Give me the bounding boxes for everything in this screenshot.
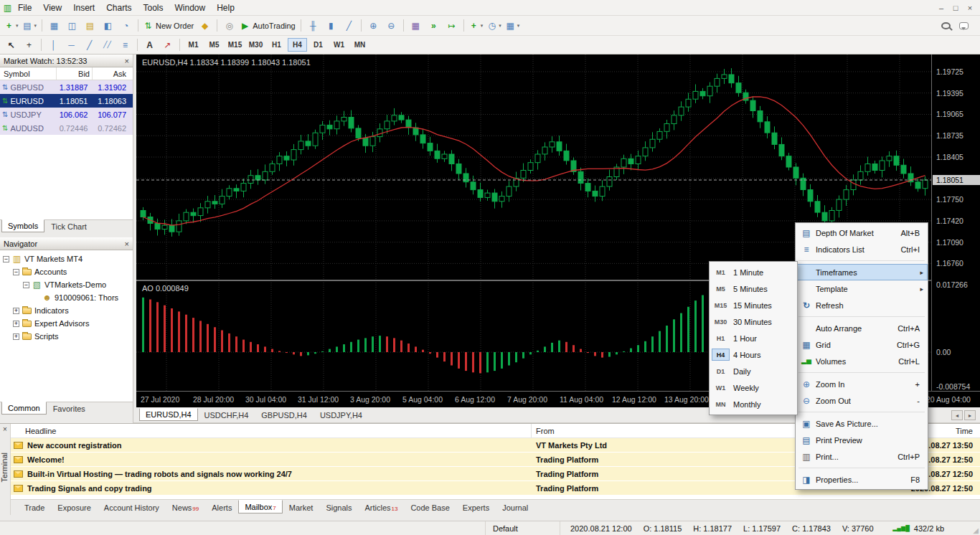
context-menu-item-auto-arrange[interactable]: Auto ArrangeCtrl+A xyxy=(796,320,928,336)
context-menu-item-indicators-list[interactable]: ≡Indicators ListCtrl+I xyxy=(796,241,928,257)
timeframe-option-d1[interactable]: D1Daily xyxy=(710,363,797,379)
timeframe-option-m5[interactable]: M55 Minutes xyxy=(710,280,797,297)
terminal-toggle-button[interactable]: ◧ xyxy=(100,18,116,34)
timeframe-option-h1[interactable]: H11 Hour xyxy=(710,330,797,346)
zoom-out-button[interactable]: ⊖ xyxy=(383,18,400,34)
context-menu-item-zoom-out[interactable]: ⊖Zoom Out- xyxy=(796,392,928,409)
new-order-button[interactable]: ⇅New Order xyxy=(142,18,195,34)
equidistant-channel-button[interactable]: ╱╱ xyxy=(99,37,116,53)
market-watch-close-button[interactable]: × xyxy=(125,57,129,65)
data-window-toggle-button[interactable]: ◫ xyxy=(64,18,80,34)
options-button[interactable]: ◎ xyxy=(221,18,237,34)
terminal-tab-code-base[interactable]: Code Base xyxy=(404,501,456,514)
restore-button[interactable]: □ xyxy=(948,4,963,12)
timeframe-m30-button[interactable]: M30 xyxy=(246,38,265,52)
statusbar-profile[interactable]: Default xyxy=(485,521,560,535)
minus-expander-icon[interactable]: − xyxy=(3,256,9,262)
indicators-menu-button[interactable]: +▾ xyxy=(468,18,485,34)
candlestick-mode-button[interactable]: ▮ xyxy=(323,18,339,34)
timeframe-mn-button[interactable]: MN xyxy=(350,38,369,52)
navigator-item-expert-advisors[interactable]: +Expert Advisors xyxy=(0,317,133,330)
chart-tab-usdjpy-h4[interactable]: USDJPY,H4 xyxy=(314,409,369,422)
community-chat-button[interactable] xyxy=(956,18,972,34)
navigator-toggle-button[interactable]: ▤ xyxy=(82,18,98,34)
menu-view[interactable]: View xyxy=(37,1,67,14)
menu-insert[interactable]: Insert xyxy=(67,1,100,14)
search-button[interactable] xyxy=(938,18,954,34)
templates-menu-button[interactable]: ▦▾ xyxy=(504,18,522,34)
vertical-line-button[interactable]: │ xyxy=(45,37,62,53)
navigator-item-910009061-thors[interactable]: ☻910009061: Thors xyxy=(0,291,133,304)
market-watch-row-eurusd[interactable]: ⇅EURUSD1.180511.18063 xyxy=(0,94,133,108)
tab-favorites[interactable]: Favorites xyxy=(47,402,92,415)
line-chart-mode-button[interactable]: ╱ xyxy=(341,18,357,34)
terminal-tab-mailbox[interactable]: Mailbox7 xyxy=(238,500,282,513)
chart-tabs-scroll-right-button[interactable]: ▸ xyxy=(964,410,976,420)
crosshair-button[interactable]: + xyxy=(21,37,37,53)
timeframe-m5-button[interactable]: M5 xyxy=(204,38,224,52)
autotrading-button[interactable]: ▶AutoTrading xyxy=(239,18,297,34)
strategy-tester-toggle-button[interactable]: ◔ xyxy=(118,18,134,34)
market-watch-row-audusd[interactable]: ⇅AUDUSD0.724460.72462 xyxy=(0,121,133,135)
timeframe-option-m15[interactable]: M1515 Minutes xyxy=(710,297,797,313)
context-menu-item-properties[interactable]: ◨Properties...F8 xyxy=(796,471,928,488)
profiles-button[interactable]: ▤▾ xyxy=(22,18,39,34)
timeframe-m15-button[interactable]: M15 xyxy=(225,38,245,52)
terminal-tab-exposure[interactable]: Exposure xyxy=(51,501,97,514)
navigator-close-button[interactable]: × xyxy=(125,240,129,248)
terminal-tab-news[interactable]: News99 xyxy=(166,501,205,514)
terminal-tab-signals[interactable]: Signals xyxy=(319,501,358,514)
context-menu-item-print[interactable]: ▥Print...Ctrl+P xyxy=(796,448,928,465)
timeframe-option-w1[interactable]: W1Weekly xyxy=(710,379,797,396)
minimize-button[interactable]: – xyxy=(934,4,948,12)
navigator-item-vtmarkets-demo[interactable]: −▧VTMarkets-Demo xyxy=(0,278,133,291)
menu-charts[interactable]: Charts xyxy=(100,1,137,14)
menu-help[interactable]: Help xyxy=(211,1,240,14)
menu-window[interactable]: Window xyxy=(169,1,212,14)
auto-scroll-button[interactable]: » xyxy=(425,18,442,34)
cursor-button[interactable]: ↖ xyxy=(3,37,19,53)
minus-expander-icon[interactable]: − xyxy=(23,282,29,288)
tab-tick-chart[interactable]: Tick Chart xyxy=(44,220,93,233)
tab-common[interactable]: Common xyxy=(1,402,47,415)
context-menu-item-timeframes[interactable]: Timeframes▸ xyxy=(796,264,928,280)
tab-symbols[interactable]: Symbols xyxy=(1,219,44,232)
timeframe-option-m30[interactable]: M3030 Minutes xyxy=(710,313,797,330)
context-menu-item-volumes[interactable]: ▂▅VolumesCtrl+L xyxy=(796,353,928,369)
context-menu-item-zoom-in[interactable]: ⊕Zoom In+ xyxy=(796,376,928,392)
menu-file[interactable]: File xyxy=(12,1,37,14)
navigator-item-vt-markets-mt4[interactable]: −▥VT Markets MT4 xyxy=(0,252,133,265)
context-menu-item-save-as-picture[interactable]: ▣Save As Picture... xyxy=(796,415,928,432)
arrow-objects-button[interactable]: ↗ xyxy=(159,37,176,53)
tile-windows-button[interactable]: ▦ xyxy=(407,18,424,34)
chart-tabs-scroll-left-button[interactable]: ◂ xyxy=(951,410,963,420)
terminal-close-button[interactable]: × xyxy=(3,425,7,433)
context-menu-item-refresh[interactable]: ↻Refresh xyxy=(796,297,928,313)
plus-expander-icon[interactable]: + xyxy=(13,321,19,327)
timeframe-option-mn[interactable]: MNMonthly xyxy=(710,396,797,412)
timeframe-option-h4[interactable]: H44 Hours xyxy=(710,346,797,363)
market-watch-row-usdjpy[interactable]: ⇅USDJPY106.062106.077 xyxy=(0,108,133,121)
navigator-item-indicators[interactable]: +Indicators xyxy=(0,304,133,317)
metaeditor-button[interactable]: ◆ xyxy=(197,18,213,34)
terminal-tab-experts[interactable]: Experts xyxy=(456,501,496,514)
timeframe-option-m1[interactable]: M11 Minute xyxy=(710,264,797,280)
chart-tab-usdchf-h4[interactable]: USDCHF,H4 xyxy=(198,409,255,422)
price-scale[interactable]: 1.197251.193951.190651.187351.184051.177… xyxy=(931,55,980,391)
timeframe-m1-button[interactable]: M1 xyxy=(184,38,203,52)
close-button[interactable]: × xyxy=(963,4,977,12)
menu-tools[interactable]: Tools xyxy=(138,1,169,14)
market-watch-row-gbpusd[interactable]: ⇅GBPUSD1.318871.31902 xyxy=(0,80,133,94)
terminal-tab-trade[interactable]: Trade xyxy=(18,501,51,514)
timeframe-w1-button[interactable]: W1 xyxy=(329,38,349,52)
zoom-in-button[interactable]: ⊕ xyxy=(365,18,382,34)
bar-chart-mode-button[interactable]: ╫ xyxy=(305,18,321,34)
timeframe-h1-button[interactable]: H1 xyxy=(267,38,286,52)
timeframe-d1-button[interactable]: D1 xyxy=(308,38,328,52)
market-watch-toggle-button[interactable]: ▦ xyxy=(46,18,62,34)
periods-menu-button[interactable]: ◷▾ xyxy=(486,18,503,34)
chart-tab-eurusd-h4[interactable]: EURUSD,H4 xyxy=(139,408,198,421)
context-menu-item-print-preview[interactable]: ▤Print Preview xyxy=(796,432,928,448)
horizontal-line-button[interactable]: ─ xyxy=(63,37,80,53)
navigator-item-accounts[interactable]: −Accounts xyxy=(0,265,133,278)
